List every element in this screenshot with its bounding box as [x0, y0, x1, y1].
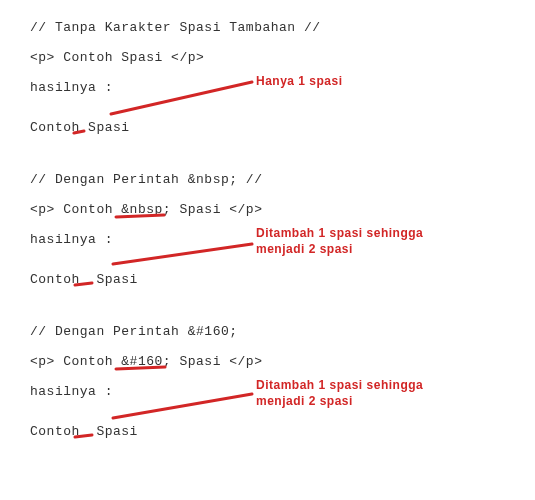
block1-code: <p> Contoh Spasi </p>	[30, 50, 204, 65]
document-page: // Tanpa Karakter Spasi Tambahan // <p> …	[0, 0, 535, 500]
block1-result: Contoh Spasi	[30, 120, 130, 135]
block2-annotation: Ditambah 1 spasi sehingga menjadi 2 spas…	[256, 225, 423, 257]
block2-result-label: hasilnya :	[30, 232, 113, 247]
block1-annotation: Hanya 1 spasi	[256, 73, 343, 89]
block3-annotation: Ditambah 1 spasi sehingga menjadi 2 spas…	[256, 377, 423, 409]
block3-comment: // Dengan Perintah &#160;	[30, 324, 238, 339]
svg-line-0	[111, 82, 252, 114]
svg-line-6	[113, 394, 252, 418]
block2-comment: // Dengan Perintah &nbsp; //	[30, 172, 262, 187]
block1-result-label: hasilnya :	[30, 80, 113, 95]
svg-line-3	[113, 244, 252, 264]
block3-result-label: hasilnya :	[30, 384, 113, 399]
block2-code: <p> Contoh &nbsp; Spasi </p>	[30, 202, 262, 217]
block3-code: <p> Contoh &#160; Spasi </p>	[30, 354, 262, 369]
block3-result: Contoh Spasi	[30, 424, 138, 439]
block1-comment: // Tanpa Karakter Spasi Tambahan //	[30, 20, 321, 35]
block2-result: Contoh Spasi	[30, 272, 138, 287]
